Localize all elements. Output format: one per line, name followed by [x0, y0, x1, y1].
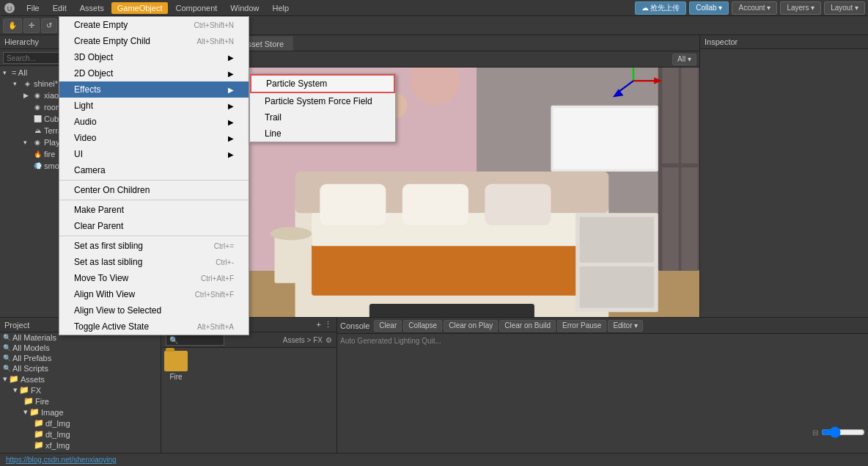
- upload-btn[interactable]: ☁ 抢先上传: [635, 1, 687, 15]
- submenu-line[interactable]: Line: [250, 125, 395, 142]
- folder-icon-fx: 📁: [19, 385, 29, 395]
- menu-ui[interactable]: UI ▶: [59, 146, 249, 162]
- project-item-all-scripts[interactable]: 🔍 All Scripts: [0, 363, 161, 374]
- unity-logo: U: [3, 1, 16, 15]
- menu-center-children[interactable]: Center On Children: [59, 182, 249, 198]
- menu-audio[interactable]: Audio ▶: [59, 114, 249, 130]
- menu-make-parent[interactable]: Make Parent: [59, 202, 249, 218]
- transform-move-btn[interactable]: ✛: [23, 18, 40, 33]
- project-title: Project: [4, 321, 29, 330]
- console-error-pause-btn[interactable]: Error Pause: [557, 320, 606, 332]
- menu-align-with-view[interactable]: Align With View Ctrl+Shift+F: [59, 286, 249, 302]
- tree-arrow: ▾: [3, 69, 10, 76]
- menu-create-empty[interactable]: Create Empty Ctrl+Shift+N: [59, 17, 249, 33]
- menu-help[interactable]: Help: [266, 2, 295, 14]
- menu-first-sibling[interactable]: Set as first sibling Ctrl+=: [59, 238, 249, 254]
- project-more-btn[interactable]: ⋮: [324, 320, 332, 330]
- console-collapse-btn[interactable]: Collapse: [403, 320, 442, 332]
- menu-file[interactable]: File: [21, 2, 45, 14]
- project-item-fire[interactable]: 📁 Fire: [0, 396, 161, 407]
- layout-btn[interactable]: Layout ▾: [824, 1, 865, 15]
- folder-icon-fire-big: [164, 351, 188, 371]
- folder-icon-assets: 📁: [9, 374, 19, 384]
- gameobj-icon: ◉: [32, 90, 43, 101]
- scene-icon: ◈: [22, 79, 32, 89]
- svg-rect-24: [580, 266, 654, 307]
- console-clear-btn[interactable]: Clear: [374, 320, 402, 332]
- console-editor-btn[interactable]: Editor ▾: [608, 320, 643, 332]
- project-assets-content: Fire: [161, 348, 336, 453]
- account-label: Account ▾: [738, 4, 770, 12]
- smoke-icon: 💨: [32, 161, 43, 171]
- status-bar: https://blog.csdn.net/shenxiaoying: [0, 453, 868, 466]
- project-search-input[interactable]: [166, 334, 224, 346]
- project-item-dtimg[interactable]: 📁 dt_Img: [0, 429, 161, 440]
- project-item-xfimg[interactable]: 📁 xf_Img: [0, 440, 161, 451]
- search-icon-prf: 🔍: [3, 354, 11, 362]
- project-item-fx[interactable]: ▾ 📁 FX: [0, 385, 161, 396]
- transform-hand-btn[interactable]: ✋: [3, 18, 22, 33]
- inspector-panel: Inspector: [699, 35, 868, 317]
- gameobj-icon-room: ◉: [32, 102, 43, 112]
- inspector-title: Inspector: [705, 37, 738, 46]
- menu-last-sibling[interactable]: Set as last sibling Ctrl+-: [59, 254, 249, 270]
- menu-component[interactable]: Component: [169, 2, 223, 14]
- collab-btn[interactable]: Collab ▾: [689, 1, 729, 15]
- menu-light[interactable]: Light ▶: [59, 98, 249, 114]
- menu-clear-parent[interactable]: Clear Parent: [59, 218, 249, 234]
- project-item-all-models[interactable]: 🔍 All Models: [0, 343, 161, 353]
- menu-2d-object[interactable]: 2D Object ▶: [59, 65, 249, 81]
- project-item-all-prefabs[interactable]: 🔍 All Prefabs: [0, 353, 161, 363]
- top-right-controls: ☁ 抢先上传 Collab ▾ Account ▾ Layers ▾ Layou…: [635, 1, 865, 15]
- menu-create-empty-child[interactable]: Create Empty Child Alt+Shift+N: [59, 33, 249, 49]
- account-btn[interactable]: Account ▾: [732, 1, 777, 15]
- submenu-particle-force-field[interactable]: Particle System Force Field: [250, 93, 395, 109]
- layers-label: Layers ▾: [787, 4, 814, 12]
- inspector-header: Inspector: [700, 35, 868, 49]
- tree-label: = All: [12, 68, 27, 77]
- scene-all-btn[interactable]: All ▾: [672, 54, 696, 65]
- menu-effects[interactable]: Effects ▶: [59, 81, 249, 98]
- console-clear-play-btn[interactable]: Clear on Play: [444, 320, 498, 332]
- menu-window[interactable]: Window: [224, 2, 265, 14]
- svg-rect-25: [274, 233, 307, 283]
- console-clear-build-btn[interactable]: Clear on Build: [499, 320, 556, 332]
- menu-camera[interactable]: Camera: [59, 162, 249, 178]
- menu-video[interactable]: Video ▶: [59, 130, 249, 146]
- svg-rect-11: [681, 167, 698, 271]
- svg-text:U: U: [7, 5, 12, 12]
- menu-3d-object[interactable]: 3D Object ▶: [59, 49, 249, 65]
- project-content-area: 🔍 All Materials 🔍 All Models 🔍 All Prefa…: [0, 332, 336, 453]
- menu-toggle-active[interactable]: Toggle Active State Alt+Shift+A: [59, 318, 249, 335]
- submenu-particle-system[interactable]: Particle System: [250, 74, 395, 93]
- project-item-assets[interactable]: ▾ 📁 Assets: [0, 374, 161, 385]
- project-item-image[interactable]: ▾ 📁 Image: [0, 407, 161, 418]
- search-icon-mod: 🔍: [3, 344, 11, 352]
- menu-move-to-view[interactable]: Move To View Ctrl+Alt+F: [59, 270, 249, 286]
- project-item-dfimg[interactable]: 📁 df_Img: [0, 418, 161, 429]
- svg-rect-17: [402, 184, 468, 225]
- separator-1: [59, 180, 249, 181]
- inspector-content: [700, 49, 868, 317]
- separator-3: [59, 236, 249, 236]
- transform-rotate-btn[interactable]: ↺: [41, 18, 57, 33]
- menu-align-view-selected[interactable]: Align View to Selected: [59, 302, 249, 318]
- menu-assets[interactable]: Assets: [74, 2, 110, 14]
- svg-rect-31: [553, 108, 656, 169]
- tree-arrow-xiaofan: ▶: [23, 92, 31, 99]
- folder-icon-dfimg: 📁: [34, 418, 44, 428]
- submenu-trail[interactable]: Trail: [250, 109, 395, 125]
- svg-rect-10: [681, 68, 698, 164]
- layers-btn[interactable]: Layers ▾: [780, 1, 821, 15]
- asset-folder-fire[interactable]: Fire: [164, 351, 188, 381]
- separator-2: [59, 200, 249, 200]
- console-title: Console: [340, 321, 369, 330]
- project-add-btn[interactable]: +: [317, 320, 321, 330]
- project-right-panel: Assets > FX ⚙ Fire ⊟: [161, 332, 336, 453]
- menu-edit[interactable]: Edit: [47, 2, 73, 14]
- project-settings-btn[interactable]: ⚙: [326, 336, 332, 344]
- context-menu-main: Create Empty Ctrl+Shift+N Create Empty C…: [59, 16, 249, 335]
- menu-gameobject[interactable]: GameObject: [111, 2, 169, 14]
- status-link[interactable]: https://blog.csdn.net/shenxiaoying: [6, 456, 117, 464]
- bottom-area: Project + ⋮ 🔍 All Materials 🔍 All Models…: [0, 317, 868, 453]
